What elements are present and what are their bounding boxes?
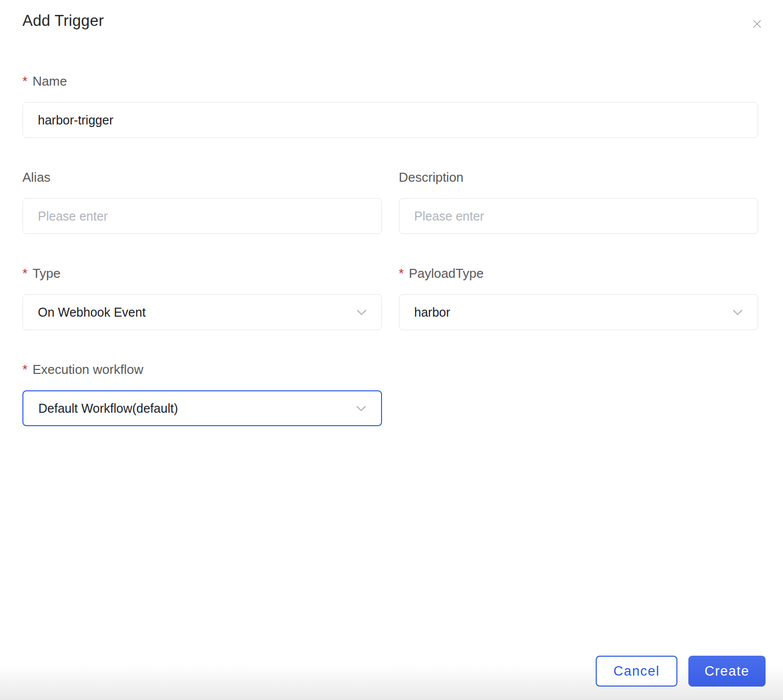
modal-header: Add Trigger: [22, 0, 758, 30]
modal-footer: Cancel Create: [596, 656, 766, 687]
name-label: * Name: [22, 74, 758, 89]
name-field: * Name: [22, 74, 758, 138]
page-title: Add Trigger: [22, 12, 758, 30]
required-asterisk: *: [22, 74, 27, 89]
payload-type-select-value: harbor: [414, 305, 450, 320]
add-trigger-modal: Add Trigger * Name Alias: [0, 0, 783, 700]
cancel-button[interactable]: Cancel: [596, 656, 677, 687]
type-field: * Type On Webhook Event: [22, 266, 382, 330]
type-select-value: On Webhook Event: [38, 305, 145, 320]
create-button[interactable]: Create: [688, 656, 766, 687]
close-icon: [751, 18, 763, 30]
description-input[interactable]: [399, 198, 759, 234]
execution-workflow-select-value: Default Workflow(default): [38, 401, 178, 416]
alias-input[interactable]: [22, 198, 382, 234]
description-field: Description: [399, 170, 759, 234]
chevron-down-icon: [354, 401, 368, 415]
required-asterisk: *: [399, 266, 404, 281]
add-trigger-form: * Name Alias Description: [22, 74, 758, 426]
payload-type-select[interactable]: harbor: [399, 294, 759, 330]
close-button[interactable]: [748, 15, 766, 33]
type-select[interactable]: On Webhook Event: [22, 294, 382, 330]
required-asterisk: *: [22, 266, 27, 281]
execution-workflow-label: * Execution workflow: [22, 362, 382, 377]
chevron-down-icon: [731, 305, 745, 319]
execution-workflow-field: * Execution workflow Default Workflow(de…: [22, 362, 382, 426]
alias-field: Alias: [22, 170, 382, 234]
chevron-down-icon: [355, 305, 369, 319]
name-input[interactable]: [22, 102, 758, 138]
payload-type-field: * PayloadType harbor: [399, 266, 759, 330]
execution-workflow-select[interactable]: Default Workflow(default): [22, 390, 382, 426]
type-label: * Type: [22, 266, 382, 281]
required-asterisk: *: [22, 362, 27, 377]
payload-type-label: * PayloadType: [399, 266, 759, 281]
description-label: Description: [399, 170, 759, 185]
alias-label: Alias: [22, 170, 382, 185]
